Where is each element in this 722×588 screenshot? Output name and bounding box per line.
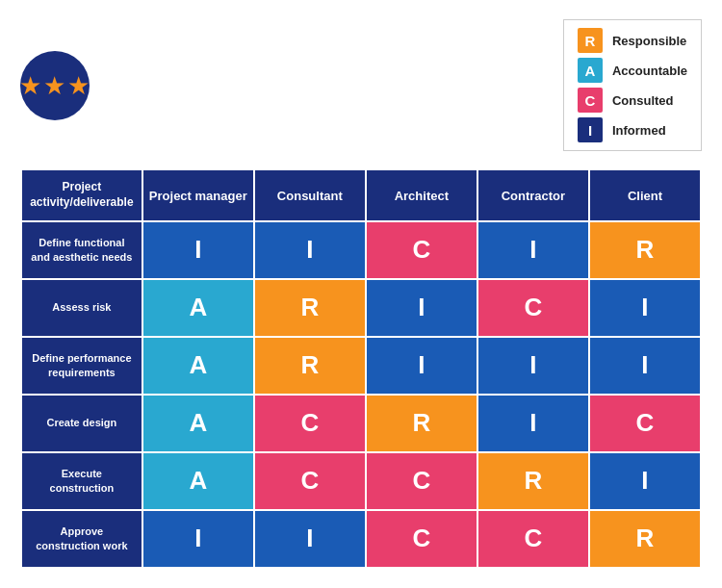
data-cell-r0-c2: C [366, 221, 477, 279]
data-cell-r1-c1: R [254, 279, 366, 337]
legend-badge-c: C [578, 88, 603, 113]
col-header-client: Client [589, 169, 701, 220]
data-cell-r2-c0: A [142, 337, 254, 395]
main-container: ★★★ R Responsible A Accountable C Consul… [5, 4, 717, 583]
table-row: Assess riskARICI [21, 279, 701, 337]
data-cell-r2-c3: I [477, 337, 589, 395]
table-row: Define functional and aesthetic needsIIC… [21, 221, 701, 279]
header: ★★★ R Responsible A Accountable C Consul… [20, 19, 702, 151]
table-row: Execute constructionACCRI [21, 452, 701, 510]
table-header-row: Projectactivity/deliverable Project mana… [21, 169, 701, 220]
col-header-activity: Projectactivity/deliverable [21, 169, 142, 220]
data-cell-r4-c2: C [366, 452, 477, 510]
col-header-pm: Project manager [142, 169, 254, 220]
table-row: Define performance requirementsARIII [21, 337, 701, 395]
legend-badge-a: A [578, 58, 603, 83]
legend-label-r: Responsible [612, 34, 686, 48]
logo-stars: ★★★ [19, 73, 91, 98]
data-cell-r5-c1: I [254, 510, 366, 568]
activity-cell-2: Define performance requirements [21, 337, 142, 395]
activity-cell-4: Execute construction [21, 452, 142, 510]
legend: R Responsible A Accountable C Consulted … [563, 19, 702, 151]
data-cell-r4-c3: R [477, 452, 589, 510]
data-cell-r1-c3: C [477, 279, 589, 337]
legend-row-r: R Responsible [578, 28, 687, 53]
legend-badge-r: R [578, 28, 603, 53]
data-cell-r3-c0: A [142, 395, 254, 452]
data-cell-r4-c1: C [254, 452, 366, 510]
data-cell-r1-c4: I [589, 279, 701, 337]
data-cell-r5-c0: I [142, 510, 254, 568]
data-cell-r2-c1: R [254, 337, 366, 395]
data-cell-r2-c2: I [366, 337, 477, 395]
header-left: ★★★ [20, 51, 105, 120]
data-cell-r5-c2: C [366, 510, 477, 568]
logo-circle: ★★★ [20, 51, 90, 120]
legend-badge-i: I [578, 117, 603, 142]
legend-label-i: Informed [612, 123, 666, 138]
legend-row-i: I Informed [578, 117, 687, 142]
col-header-contractor: Contractor [477, 169, 589, 220]
data-cell-r3-c2: R [366, 395, 477, 452]
col-header-consultant: Consultant [254, 169, 366, 220]
data-cell-r3-c3: I [477, 395, 589, 452]
activity-cell-0: Define functional and aesthetic needs [21, 221, 142, 279]
legend-row-a: A Accountable [578, 58, 687, 83]
data-cell-r4-c4: I [589, 452, 701, 510]
data-cell-r5-c3: C [477, 510, 589, 568]
legend-row-c: C Consulted [578, 88, 687, 113]
data-cell-r1-c2: I [366, 279, 477, 337]
data-cell-r0-c4: R [589, 221, 701, 279]
data-cell-r5-c4: R [589, 510, 701, 568]
activity-cell-5: Approve construction work [21, 510, 142, 568]
data-cell-r1-c0: A [142, 279, 254, 337]
legend-label-a: Accountable [612, 64, 687, 78]
table-row: Approve construction workIICCR [21, 510, 701, 568]
legend-label-c: Consulted [612, 93, 674, 108]
data-cell-r4-c0: A [142, 452, 254, 510]
data-cell-r0-c1: I [254, 221, 366, 279]
table-row: Create designACRIC [21, 395, 701, 452]
col-header-architect: Architect [366, 169, 477, 220]
activity-cell-3: Create design [21, 395, 142, 452]
data-cell-r0-c3: I [477, 221, 589, 279]
data-cell-r0-c0: I [142, 221, 254, 279]
data-cell-r2-c4: I [589, 337, 701, 395]
raci-table: Projectactivity/deliverable Project mana… [20, 168, 702, 568]
activity-cell-1: Assess risk [21, 279, 142, 337]
data-cell-r3-c4: C [589, 395, 701, 452]
data-cell-r3-c1: C [254, 395, 366, 452]
